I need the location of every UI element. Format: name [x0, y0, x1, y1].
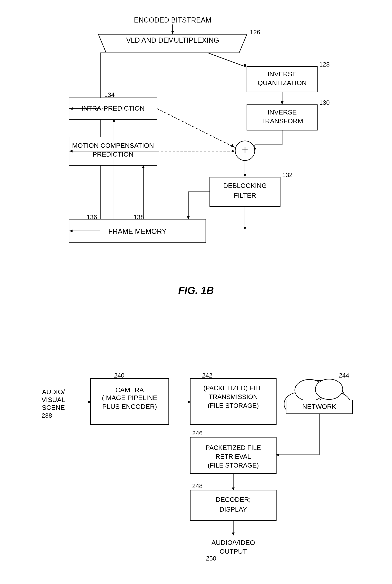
inv-transform-ref: 130 — [319, 99, 330, 106]
file-trans-text2: TRANSMISSION — [208, 393, 258, 400]
fig1b-diagram: ENCODED BITSTREAM VLD AND DEMULTIPLEXING… — [40, 12, 352, 296]
svg-line-25 — [157, 109, 233, 147]
deblocking-text1: DEBLOCKING — [223, 182, 267, 189]
frame-memory-ref-left: 136 — [86, 213, 97, 221]
file-trans-ref: 242 — [202, 372, 212, 379]
file-ret-text2: RETRIEVAL — [216, 453, 251, 460]
svg-marker-33 — [244, 227, 246, 230]
file-trans-text3: (FILE STORAGE) — [208, 402, 259, 409]
audio-visual-ref: 238 — [42, 412, 52, 419]
motion-comp-text2: PREDICTION — [92, 150, 134, 158]
diagram-container: ENCODED BITSTREAM VLD AND DEMULTIPLEXING… — [20, 12, 372, 584]
camera-text1: CAMERA — [115, 386, 144, 394]
fig1b-title: FIG. 1B — [40, 284, 352, 296]
svg-rect-67 — [190, 490, 276, 520]
decoder-ref: 248 — [192, 482, 202, 489]
audio-visual-text3: SCENE — [42, 404, 65, 411]
motion-comp-text1: MOTION COMPENSATION — [72, 142, 154, 149]
audio-video-ref: 250 — [206, 555, 216, 562]
inv-transform-text1: INVERSE — [268, 108, 296, 116]
svg-marker-69 — [232, 532, 234, 536]
audio-video-text2: OUTPUT — [220, 548, 247, 555]
svg-marker-28 — [232, 150, 235, 152]
network-ref: 244 — [339, 372, 349, 379]
encoded-bitstream-label: ENCODED BITSTREAM — [134, 16, 211, 24]
deblocking-text2: FILTER — [234, 192, 256, 199]
file-trans-text1: (PACKETIZED) FILE — [203, 384, 263, 392]
decoder-text1: DECODER; — [216, 496, 251, 503]
inv-quant-text2: QUANTIZATION — [258, 79, 306, 87]
frame-memory-text: FRAME MEMORY — [108, 227, 166, 235]
inv-quant-ref: 128 — [319, 61, 330, 68]
svg-marker-26 — [231, 144, 234, 148]
network-cloud — [284, 379, 352, 418]
deblocking-ref: 132 — [282, 171, 292, 178]
file-ret-ref: 246 — [192, 430, 202, 437]
frame-memory-ref-right: 138 — [134, 213, 144, 221]
inv-transform-text2: TRANSFORM — [261, 117, 303, 125]
intra-pred-ref: 134 — [104, 91, 114, 98]
audio-visual-text2: VISUAL — [42, 396, 65, 403]
file-ret-text3: (FILE STORAGE) — [208, 462, 259, 469]
svg-marker-30 — [244, 174, 246, 177]
fig2b-svg: AUDIO/ VISUAL SCENE 238 CAMERA (IMAGE PI… — [30, 320, 362, 584]
camera-ref: 240 — [114, 372, 124, 379]
svg-marker-1 — [171, 31, 174, 34]
camera-text3: PLUS ENCODER) — [102, 403, 157, 410]
decoder-text2: DISPLAY — [219, 505, 247, 513]
fig1b-svg: ENCODED BITSTREAM VLD AND DEMULTIPLEXING… — [40, 12, 352, 276]
svg-line-4 — [208, 53, 245, 67]
vld-ref-label: 126 — [250, 29, 260, 36]
vld-label: VLD AND DEMULTIPLEXING — [126, 36, 219, 44]
intra-pred-text: INTRA-PREDICTION — [81, 105, 144, 112]
sum-symbol: + — [242, 144, 248, 156]
svg-rect-46 — [90, 379, 169, 425]
audio-visual-text1: AUDIO/ — [42, 388, 65, 396]
audio-video-text1: AUDIO/VIDEO — [211, 539, 255, 546]
svg-point-56 — [315, 379, 343, 399]
inv-quant-text1: INVERSE — [268, 70, 296, 78]
network-text: NETWORK — [302, 403, 336, 410]
svg-marker-8 — [281, 101, 284, 105]
camera-text2: (IMAGE PIPELINE — [102, 394, 157, 401]
fig2b-diagram: AUDIO/ VISUAL SCENE 238 CAMERA (IMAGE PI… — [30, 320, 362, 584]
file-ret-text1: PACKETIZED FILE — [206, 444, 261, 451]
